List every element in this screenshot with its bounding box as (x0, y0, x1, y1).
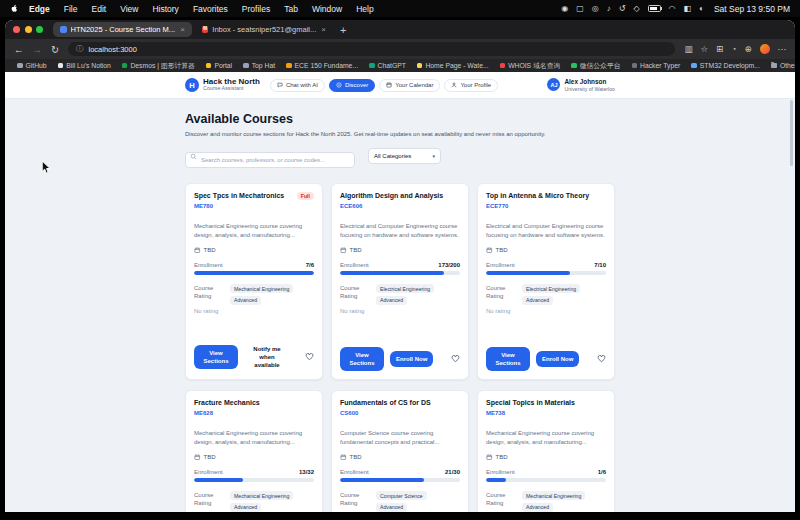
menu-file[interactable]: File (57, 4, 85, 14)
site-subtitle: Course Assistant (203, 86, 260, 92)
menu-view[interactable]: View (113, 4, 145, 14)
site-info-icon[interactable]: ⓘ (76, 44, 84, 54)
enrollment-progress-fill (340, 271, 444, 275)
collections-icon[interactable]: ⊞ (716, 44, 723, 54)
zoom-icon[interactable]: ◎ (592, 4, 599, 13)
music-icon[interactable]: ♪ (607, 4, 611, 13)
screen: EdgeFileEditViewHistoryFavoritesProfiles… (0, 0, 800, 520)
favorite-item[interactable]: Bill Lu's Notion (58, 61, 111, 71)
close-window-button[interactable] (13, 26, 20, 33)
favorite-item[interactable]: Portal (206, 61, 232, 71)
tab-title: HTN2025 - Course Section M... (71, 25, 176, 34)
course-rating-label: Course Rating (194, 491, 220, 507)
course-title: Top in Antenna & Micro Theory (486, 192, 589, 201)
nav-chat-with-ai[interactable]: Chat with AI (270, 79, 325, 92)
favorite-label: Desmos | 图形计算器 (130, 61, 194, 71)
favorites-list: GitHubBill Lu's NotionDesmos | 图形计算器Port… (17, 61, 760, 71)
more-menu-icon[interactable]: ⋯ (778, 44, 787, 54)
other-favorites[interactable]: Other Favorites (771, 62, 795, 69)
zoom-window-button[interactable] (36, 26, 43, 33)
favorite-heart-button[interactable] (597, 354, 606, 363)
tab-close-icon[interactable]: × (180, 25, 185, 34)
no-rating-text: No rating (194, 308, 314, 314)
wifi-icon[interactable]: ◠ (669, 4, 676, 13)
macos-menubar: EdgeFileEditViewHistoryFavoritesProfiles… (0, 0, 800, 17)
user-name: Alex Johnson (564, 78, 615, 86)
browser-tab-1[interactable]: HTN2025 - Course Section M... × (53, 22, 192, 37)
menu-help[interactable]: Help (349, 4, 380, 14)
new-tab-button[interactable]: + (340, 24, 346, 36)
refresh-button[interactable]: ↻ (51, 44, 59, 55)
battery-icon[interactable] (648, 5, 661, 13)
favorite-item[interactable]: Hacker Typer (632, 61, 681, 71)
calendar-icon (194, 247, 201, 254)
schedule-value: TBD (204, 247, 216, 253)
notify-me-when-available-button[interactable]: Notify me when available (244, 343, 290, 371)
view-sections-button[interactable]: View Sections (340, 347, 384, 371)
apple-menu[interactable] (10, 4, 18, 13)
favicon (417, 63, 423, 69)
browser-profile-avatar[interactable] (760, 44, 770, 54)
menu-history[interactable]: History (145, 4, 185, 14)
url-text: localhost:3000 (88, 45, 136, 54)
favorite-item[interactable]: STM32 Developm... (691, 61, 760, 71)
browser-tab-2[interactable]: M Inbox - seatsniper521@gmail... × (195, 22, 333, 37)
control-center-icon[interactable]: ◧ (684, 4, 692, 13)
forward-button[interactable]: → (33, 44, 43, 55)
menu-edge[interactable]: Edge (22, 4, 57, 14)
menu-tab[interactable]: Tab (277, 4, 305, 14)
menu-profiles[interactable]: Profiles (235, 4, 277, 14)
back-button[interactable]: ← (14, 44, 24, 55)
tab-close-icon[interactable]: × (321, 25, 326, 34)
split-screen-icon[interactable]: ▥ (684, 44, 692, 54)
screen-record-icon[interactable]: ◉ (561, 4, 568, 13)
menu-edit[interactable]: Edit (84, 4, 113, 14)
tab-title: Inbox - seatsniper521@gmail... (212, 25, 316, 34)
favorite-heart-button[interactable] (305, 352, 314, 361)
favorite-item[interactable]: GitHub (17, 61, 47, 71)
time-machine-icon[interactable]: ↺ (619, 4, 626, 13)
menu-favorites[interactable]: Favorites (186, 4, 235, 14)
address-field[interactable]: ⓘ localhost:3000 (68, 42, 675, 56)
calendar-icon (386, 82, 392, 88)
nav-your-calendar[interactable]: Your Calendar (379, 79, 440, 92)
course-schedule: TBD (486, 454, 606, 461)
favorite-item[interactable]: Home Page - Wate... (417, 61, 489, 71)
page-scrollbar-thumb[interactable] (790, 100, 793, 166)
favorite-label: Top Hat (252, 62, 275, 69)
siri-icon[interactable]: ◐ (699, 4, 704, 13)
favorite-item[interactable]: Top Hat (243, 61, 275, 71)
course-rating-label: Course Rating (194, 284, 220, 300)
enroll-now-button[interactable]: Enroll Now (536, 351, 579, 367)
favorite-label: ECE 150 Fundame... (295, 62, 358, 69)
keyboard-brightness-icon[interactable]: ◇ (633, 4, 639, 13)
enrollment-progress-fill (486, 478, 506, 482)
enrollment-value: 1/6 (598, 469, 606, 475)
favorite-item[interactable]: 微信公众平台 (571, 61, 620, 71)
minimize-window-button[interactable] (25, 26, 32, 33)
favorite-item[interactable]: WHOIS 域名查询 (500, 61, 561, 71)
view-sections-button[interactable]: View Sections (486, 347, 530, 371)
favorite-heart-button[interactable] (451, 354, 460, 363)
status-icons: ◉▢◎♪↺◇◠◧◐ (561, 4, 704, 13)
view-sections-button[interactable]: View Sections (194, 345, 238, 369)
tab-bar: HTN2025 - Course Section M... × M Inbox … (5, 20, 795, 39)
user-menu[interactable]: AJ Alex Johnson University of Waterloo (547, 78, 615, 92)
menu-window[interactable]: Window (305, 4, 349, 14)
extensions-icon[interactable]: ⊕ (744, 44, 751, 54)
category-select[interactable]: All Categories ▾ (368, 148, 441, 164)
favorite-item[interactable]: ChatGPT (369, 61, 406, 71)
search-input[interactable] (185, 152, 355, 168)
enroll-now-button[interactable]: Enroll Now (390, 351, 433, 367)
menubar-clock[interactable]: Sat Sep 13 9:50 PM (714, 4, 790, 14)
course-description: Mechanical Engineering course covering d… (194, 429, 314, 447)
favorites-star-icon[interactable]: ☆ (700, 44, 708, 54)
nav-discover[interactable]: Discover (329, 79, 375, 92)
nav-your-profile[interactable]: Your Profile (444, 79, 498, 92)
copilot-icon[interactable]: ◔ (731, 44, 736, 54)
favorite-item[interactable]: ECE 150 Fundame... (286, 61, 358, 71)
display-icon[interactable]: ▢ (576, 4, 584, 13)
favicon (58, 63, 64, 69)
favorite-item[interactable]: Desmos | 图形计算器 (122, 61, 195, 71)
favicon (369, 63, 375, 69)
